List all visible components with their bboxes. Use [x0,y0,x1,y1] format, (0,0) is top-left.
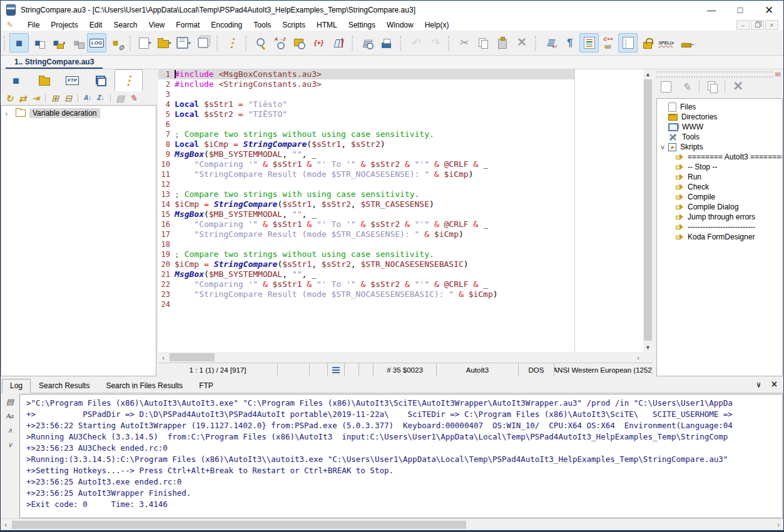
menu-file[interactable]: File [22,20,45,30]
tree-item-item[interactable]: --------------------------- [657,222,782,232]
delete-script-button[interactable] [728,79,747,95]
close-button[interactable]: ✕ [755,1,783,19]
jump-to-line-button[interactable] [29,92,42,104]
menu-view[interactable]: View [143,20,170,30]
code-line[interactable]: 18 [158,239,643,249]
tab-1-stringcompare-au3[interactable]: 1.. StringCompare.au3 [6,56,103,69]
code-line[interactable]: 11 "StringCompare Result (mode $STR_NOCA… [158,169,643,179]
tree-item-files[interactable]: Files [657,102,782,112]
bookmarks-button[interactable] [328,33,348,53]
menu-tools[interactable]: Tools [248,20,277,30]
code-line[interactable]: 12 [158,179,643,189]
chevron-right-icon[interactable]: › [5,109,13,118]
project-save-button[interactable] [68,33,87,53]
tree-item-compile-dialog[interactable]: Compile Dialog [657,202,782,212]
collapse-all-button[interactable] [62,92,74,104]
tree-item-run[interactable]: Run [657,172,782,182]
log-horizontal-scrollbar[interactable]: ‹ › [1,518,783,530]
editor-horizontal-scrollbar[interactable]: ‹ › [158,352,643,363]
copy-script-button[interactable] [703,79,721,95]
save-all-button[interactable] [193,33,213,53]
files-tab[interactable] [30,69,58,91]
code-line[interactable]: 9MsgBox($MB_SYSTEMMODAL, "", _ [158,149,643,159]
code-explorer-tab[interactable] [115,69,143,91]
editor-vertical-scrollbar[interactable]: ▲ ▼ [643,69,653,352]
redo-button[interactable] [425,33,444,53]
print-preview-button[interactable] [357,33,377,53]
code-line[interactable]: 16 "Comparing '" & $sStr1 & "' To '" & $… [158,219,643,229]
mail-icon[interactable]: ✉ [775,71,781,79]
copy-item-button[interactable] [114,92,126,104]
tree-item-directories[interactable]: Directories [657,112,782,122]
print-button[interactable] [377,33,396,53]
swap-sort-button[interactable] [16,92,29,104]
cut-button[interactable] [454,33,473,53]
ftp-tab[interactable] [58,69,86,91]
log-previous-button[interactable] [4,424,16,436]
log-save-button[interactable] [4,396,16,407]
close-panel-icon[interactable]: × [771,381,777,388]
scroll-left-arrow[interactable]: ‹ [1,521,11,528]
stay-on-top-button[interactable] [676,33,696,53]
highlighter-set-button[interactable] [599,33,618,53]
scroll-right-arrow[interactable]: › [773,521,783,528]
menu-settings[interactable]: Settings [343,20,381,30]
maximize-button[interactable]: □ [726,1,755,19]
delete-button[interactable] [512,33,531,53]
log-output[interactable]: >"C:\Program Files (x86)\AutoIt3\AutoIt3… [19,394,783,518]
menu-html[interactable]: HTML [311,20,343,30]
undo-button[interactable] [405,33,425,53]
tree-item-jump-through-errors[interactable]: Jump through errors [657,212,782,222]
code-line[interactable]: 19; Compare two strings without using ca… [158,249,643,259]
new-script-button[interactable] [656,79,675,95]
menu-window[interactable]: Window [381,20,419,30]
menu-edit[interactable]: Edit [84,20,108,30]
code-line[interactable]: 14$iCmp = StringCompare($sStr1, $sStr2, … [158,199,643,209]
show-formatting-button[interactable] [560,33,579,53]
spell-check-button[interactable]: ▾ [657,33,676,53]
tree-item-skripts[interactable]: ∨Skripts [657,142,782,152]
code-explorer-button[interactable] [222,33,242,53]
open-file-button[interactable]: ▾ [155,33,174,53]
scrollbar-thumb[interactable] [170,353,215,361]
code-line[interactable]: 1#include <MsgBoxConstants.au3> [158,69,643,79]
code-line[interactable]: 15MsgBox($MB_SYSTEMMODAL, "", _ [158,209,643,219]
menu-scripts[interactable]: Scripts [277,20,311,30]
search-button[interactable] [251,33,270,53]
code-line[interactable]: 5Local $sStr2 = "TIËSTO" [158,109,643,119]
menu-help-x[interactable]: Help(x) [419,20,455,30]
tree-item-compile[interactable]: Compile [657,192,782,202]
line-numbers-button[interactable] [618,33,638,53]
copy-button[interactable] [473,33,492,53]
tab-search-in-files-results[interactable]: Search in Files Results [98,379,191,393]
project-settings-button[interactable] [106,33,126,53]
scrollbar-thumb[interactable] [12,521,466,529]
tree-item-check[interactable]: Check [657,182,782,192]
tree-item-variable-decaration[interactable]: ›Variable decaration [1,108,156,119]
edit-item-button[interactable] [127,92,140,104]
scroll-up-arrow[interactable]: ▲ [643,69,653,79]
code-line[interactable]: 20$iCmp = StringCompare($sStr1, $sStr2, … [158,259,643,269]
scroll-left-arrow[interactable]: ‹ [158,354,168,361]
code-line[interactable]: 13; Compare two strings with using case … [158,189,643,199]
tab-log[interactable]: Log [2,379,31,393]
log-window-button[interactable] [87,33,106,53]
word-wrap-button[interactable] [541,33,560,53]
project-tab[interactable] [2,69,30,91]
paste-button[interactable] [492,33,512,53]
sort-az-button[interactable] [81,92,94,104]
menu-projects[interactable]: Projects [45,20,83,30]
project-new-button[interactable] [9,33,29,53]
windows-tab[interactable] [86,69,115,91]
code-line[interactable]: 10 "Comparing '" & $sStr1 & "' To '" & $… [158,159,643,169]
save-file-button[interactable]: ▾ [174,33,193,53]
tree-item-autoit3[interactable]: ======== AutoIt3 ======== [657,152,782,162]
tab-search-results[interactable]: Search Results [31,379,98,393]
replace-button[interactable] [270,33,290,53]
menu-format[interactable]: Format [170,20,205,30]
code-line[interactable]: 23 "StringCompare Result (mode $STR_NOCA… [158,289,643,299]
tab-ftp[interactable]: FTP [191,379,221,393]
code-explorer-tree[interactable]: ›Variable decaration [1,105,156,376]
expand-all-button[interactable] [49,92,61,104]
sort-za-button[interactable] [94,92,107,104]
